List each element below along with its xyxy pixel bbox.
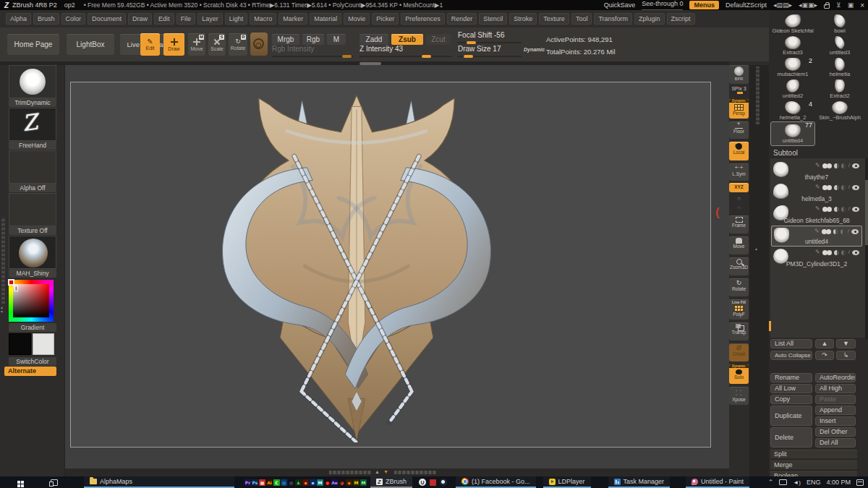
taskbar-app-icon-6[interactable]: ◎ [288,479,294,486]
taskbar-app-icon-11[interactable]: ● [324,479,331,486]
draw-size-handle[interactable] [464,55,473,58]
home-page-button[interactable]: Home Page [7,34,59,55]
taskbar-app-icon-4[interactable]: C [273,479,280,486]
taskbar-app-icon-14[interactable]: ◈ [346,479,352,486]
tool-item[interactable]: Extract3 [771,36,814,57]
tray-toggle-bracket[interactable]: ( [715,205,720,220]
tool-item[interactable]: Extract2 [818,80,861,100]
pen-icon[interactable]: ✎ [815,163,820,168]
zadd-button[interactable]: Zadd [359,34,388,45]
rotate-canvas-button[interactable]: ↻ Rotate [729,278,749,296]
polypaint2-icon[interactable] [827,250,832,255]
collapse-down-button[interactable]: ↳ [836,351,856,360]
move-up-button[interactable]: ▲ [815,339,834,348]
tool-item[interactable]: helmetla [818,58,861,79]
menu-item-marker[interactable]: Marker [278,13,307,25]
tool-item[interactable]: Skin_~BrushAlph [818,101,861,122]
paste-button[interactable]: Paste [815,395,856,404]
clock[interactable]: 4:00 PM [826,479,851,486]
color-picker-swatch[interactable] [8,279,14,286]
xpose-button[interactable]: ◦ ◦◦ ◦ Xpose [729,387,749,405]
tool-item[interactable]: bowl [818,14,861,35]
zsub-button[interactable]: Zsub [391,34,423,45]
brush-name[interactable]: TrimDynamic [9,98,56,107]
pen-icon[interactable]: ✎ [815,249,820,255]
xyz-button[interactable]: XYZ [729,183,749,192]
menu-item-transform[interactable]: Transform [594,13,632,25]
subtool-toggles[interactable]: ✎/ [792,228,859,234]
current-material-button[interactable] [250,33,268,56]
switch-color-button[interactable]: SwitchColor [9,357,56,366]
ring-toggle-icon[interactable] [841,250,846,255]
sculpt-model[interactable] [183,88,530,442]
persp-button[interactable]: Dynamic Persp [729,99,749,119]
taskbar-app-icon-0[interactable]: Pr [244,479,251,486]
ring-toggle-icon[interactable] [841,207,846,212]
subtool-toggles[interactable]: ✎/ [791,206,859,212]
subtool-row-selected[interactable]: ✎/ untitled4 [771,226,862,247]
bpr-button[interactable]: BPR [729,65,749,84]
panel-divider[interactable]: ▴ [749,65,769,476]
del-all-button[interactable]: Del All [815,438,856,448]
bottom-divider-handle-right[interactable] [394,471,436,474]
taskbar-window-paint[interactable]: Untitled - Paint [686,476,749,488]
transp-button[interactable]: Transp [729,322,749,341]
menu-item-layer[interactable]: Layer [197,13,223,25]
taskbar-app-icon-7[interactable]: ♟ [295,479,302,486]
menu-item-macro[interactable]: Macro [250,13,276,25]
delete-button[interactable]: Delete [770,427,812,448]
subtool-row[interactable]: ✎/ helmetla_3 [771,182,862,203]
eye-icon[interactable] [851,229,859,234]
alpha-thumbnail[interactable] [9,150,56,184]
panel-pager-icon[interactable]: ◂▣▣▸ [799,1,817,9]
half-toggle-icon[interactable] [833,229,838,234]
subtool-row[interactable]: ✎/ thaythe7 [771,160,862,181]
taskbar-window-alphamaps[interactable]: AlphaMaps [84,476,234,488]
eye-icon[interactable] [852,163,859,168]
texture-thumbnail[interactable] [9,193,56,226]
local-button[interactable]: Local [729,142,749,160]
z-intensity-handle[interactable] [422,55,431,58]
draw-size-slider[interactable]: Draw Size 17 [458,45,522,57]
tool-item[interactable]: 2 mubachiem1 [771,58,814,79]
collapse-right-button[interactable]: ↷ [815,351,834,360]
move-canvas-button[interactable]: Move [729,236,749,254]
menu-item-draw[interactable]: Draw [128,13,152,25]
taskbar-window-zbrush[interactable]: Z ZBrush [370,476,412,488]
taskbar-app-icon-10[interactable]: M [317,479,323,486]
pivot-icon[interactable]: ∩ [729,195,749,204]
secondary-color-swatch[interactable] [33,333,54,355]
focal-shift-handle[interactable] [467,41,476,44]
alpha-name[interactable]: Alpha Off [9,184,56,192]
stroke-thumbnail[interactable]: Z [9,108,56,141]
taskbar-app-icon-16[interactable]: M [360,479,367,486]
duplicate-button[interactable]: Duplicate [770,406,812,426]
polypaint2-icon[interactable] [827,207,832,212]
edit-button[interactable]: ✎ Edit [140,33,160,56]
mrgb-button[interactable]: Mrgb [272,34,299,45]
material-name[interactable]: MAH_Shiny [9,269,56,278]
rgb-button[interactable]: Rgb [302,34,324,45]
slash-icon[interactable]: / [848,206,850,212]
list-all-button[interactable]: List All [770,339,812,348]
close-icon[interactable]: × [860,1,864,9]
auto-collapse-button[interactable]: Auto Collapse [770,351,812,360]
see-through-slider[interactable]: See-through 0 [642,0,683,10]
menu-item-zplugin[interactable]: Zplugin [634,13,665,25]
menu-item-material[interactable]: Material [310,13,341,25]
gradient-label[interactable]: Gradient [9,323,56,332]
menu-item-brush[interactable]: Brush [33,13,59,25]
rgb-intensity-slider[interactable]: Rgb Intensity [272,45,353,57]
eye-icon[interactable] [852,207,859,212]
subtool-row[interactable]: ✎/ Gideon Sketchfab65_68 [771,204,862,225]
menu-item-tool[interactable]: Tool [571,13,592,25]
texture-name[interactable]: Texture Off [9,226,56,235]
spix-slider[interactable]: SPix 3 [729,86,749,98]
panel-divider-arrow[interactable]: ▴ [755,246,757,251]
menu-item-stroke[interactable]: Stroke [509,13,537,25]
rgb-intensity-handle[interactable] [342,55,352,58]
menu-item-preferences[interactable]: Preferences [401,13,445,25]
pen-icon[interactable]: ✎ [814,228,820,234]
menu-item-file[interactable]: File [176,13,196,25]
menu-item-edit[interactable]: Edit [154,13,174,25]
